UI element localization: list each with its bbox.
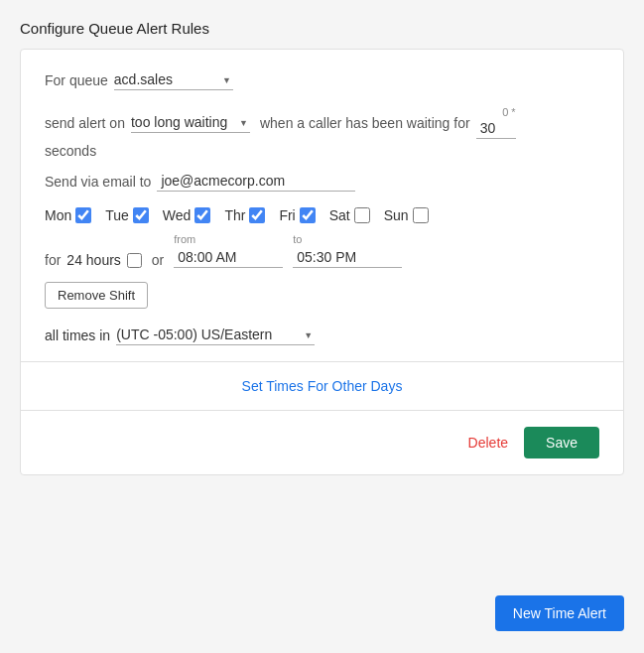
queue-row: For queue acd.sales (45, 69, 599, 90)
divider-2 (21, 410, 623, 411)
to-label: to (293, 233, 402, 245)
hours-row: for 24 hours or from to (45, 233, 599, 268)
timezone-label: all times in (45, 327, 110, 343)
hours-label-group: for 24 hours (45, 252, 142, 268)
queue-select[interactable]: acd.sales (114, 69, 233, 90)
day-tue-label: Tue (105, 207, 129, 223)
send-alert-label: send alert on (45, 115, 125, 131)
hours-checkbox[interactable] (127, 253, 142, 268)
to-time-input[interactable] (293, 247, 402, 268)
day-tue: Tue (105, 207, 149, 223)
day-sun-label: Sun (384, 207, 409, 223)
hours-value: 24 hours (66, 252, 120, 268)
timezone-select[interactable]: (UTC -05:00) US/Eastern (116, 325, 315, 345)
day-thr-checkbox[interactable] (249, 207, 265, 223)
to-time-group: to (293, 233, 402, 268)
set-times-link[interactable]: Set Times For Other Days (242, 378, 403, 394)
alert-type-select[interactable]: too long waiting (131, 112, 250, 133)
alert-type-select-wrapper[interactable]: too long waiting (131, 112, 250, 133)
queue-select-wrapper[interactable]: acd.sales (114, 69, 233, 90)
seconds-row: seconds (45, 143, 599, 159)
day-wed-label: Wed (163, 207, 192, 223)
alert-card: For queue acd.sales send alert on too lo… (20, 49, 624, 475)
waiting-value-wrapper: 0 * (476, 106, 516, 139)
day-thr-label: Thr (224, 207, 245, 223)
when-waiting-label: when a caller has been waiting for (260, 115, 470, 131)
day-sat: Sat (329, 207, 370, 223)
from-label: from (174, 233, 283, 245)
from-time-input[interactable] (174, 247, 283, 268)
day-sun: Sun (384, 207, 429, 223)
for-label: for (45, 252, 61, 268)
page-title: Configure Queue Alert Rules (0, 0, 644, 49)
day-sat-checkbox[interactable] (354, 207, 370, 223)
waiting-value-input[interactable] (476, 118, 516, 139)
day-sat-label: Sat (329, 207, 350, 223)
day-mon: Mon (45, 207, 91, 223)
day-mon-checkbox[interactable] (75, 207, 91, 223)
remove-shift-button[interactable]: Remove Shift (45, 282, 148, 309)
divider-1 (21, 361, 623, 362)
day-wed-checkbox[interactable] (194, 207, 210, 223)
day-fri: Fri (279, 207, 315, 223)
day-mon-label: Mon (45, 207, 71, 223)
email-row: Send via email to (45, 171, 599, 192)
day-thr: Thr (224, 207, 265, 223)
action-row: Delete Save (45, 427, 599, 458)
queue-label: For queue (45, 72, 108, 88)
seconds-label: seconds (45, 143, 96, 159)
timezone-select-wrapper[interactable]: (UTC -05:00) US/Eastern (116, 325, 315, 345)
waiting-max-label: 0 * (502, 106, 515, 118)
days-row: Mon Tue Wed Thr Fri Sat Sun (45, 207, 599, 223)
new-time-alert-button[interactable]: New Time Alert (495, 595, 624, 631)
set-times-row: Set Times For Other Days (45, 378, 599, 394)
or-label: or (152, 252, 164, 268)
timezone-row: all times in (UTC -05:00) US/Eastern (45, 325, 599, 345)
day-wed: Wed (163, 207, 211, 223)
day-sun-checkbox[interactable] (413, 207, 429, 223)
delete-button[interactable]: Delete (468, 435, 508, 451)
email-input[interactable] (157, 171, 355, 192)
send-alert-row: send alert on too long waiting when a ca… (45, 106, 599, 139)
send-via-label: Send via email to (45, 174, 151, 190)
from-time-group: from (174, 233, 283, 268)
save-button[interactable]: Save (524, 427, 599, 458)
day-fri-label: Fri (279, 207, 295, 223)
day-fri-checkbox[interactable] (300, 207, 316, 223)
day-tue-checkbox[interactable] (133, 207, 149, 223)
